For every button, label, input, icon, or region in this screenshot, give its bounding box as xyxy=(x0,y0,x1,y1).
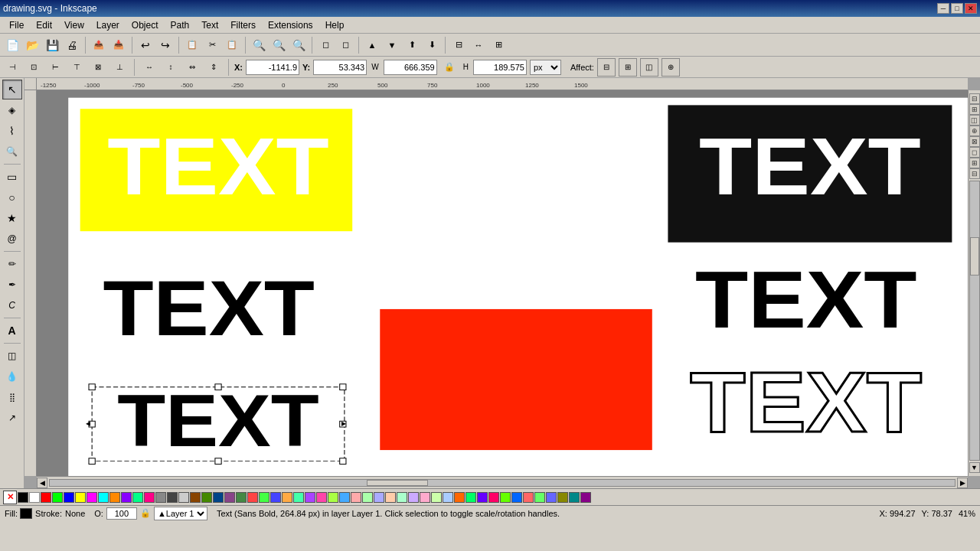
color-white[interactable] xyxy=(29,492,40,503)
color-periwinkle[interactable] xyxy=(374,492,384,503)
undo-button[interactable]: ↩ xyxy=(136,36,155,54)
star-tool[interactable]: ★ xyxy=(2,208,22,228)
color-chartreuse[interactable] xyxy=(328,492,338,503)
color-darkyellow[interactable] xyxy=(557,492,568,503)
lock-ratio-button[interactable]: 🔒 xyxy=(440,58,459,77)
color-cyan[interactable] xyxy=(98,492,109,503)
dist-eq-button[interactable]: ⇔ xyxy=(183,58,201,77)
text-outline[interactable]: TEXT xyxy=(690,354,922,449)
export-button[interactable]: 📥 xyxy=(109,36,128,54)
canvas-area[interactable]: -1250 -1000 -750 -500 -250 0 250 500 750… xyxy=(24,78,980,488)
text-black-1[interactable]: TEXT xyxy=(103,265,314,351)
color-deeppink[interactable] xyxy=(488,492,499,503)
color-indigo[interactable] xyxy=(477,492,488,503)
drawing-canvas[interactable]: TEXT TEXT TEXT TEXT TEXT TEXT xyxy=(37,90,968,476)
menu-object[interactable]: Object xyxy=(126,18,165,32)
text-selected[interactable]: TEXT xyxy=(117,379,318,462)
menu-text[interactable]: Text xyxy=(195,18,224,32)
snap-icon-7[interactable]: ⊞ xyxy=(969,158,980,168)
pen-tool[interactable]: ✒ xyxy=(2,275,22,295)
color-gray[interactable] xyxy=(155,492,166,503)
v-scrollbar-thumb[interactable] xyxy=(970,237,979,276)
dist-v-button[interactable]: ↕ xyxy=(162,58,180,77)
print-button[interactable]: 🖨 xyxy=(63,36,81,54)
color-mintgreen[interactable] xyxy=(259,492,270,503)
h-scrollbar-thumb[interactable] xyxy=(367,480,428,486)
import-button[interactable]: 📤 xyxy=(90,36,108,54)
pencil-tool[interactable]: ✏ xyxy=(2,254,22,274)
lower-bottom-button[interactable]: ⬇ xyxy=(423,36,441,54)
align-right-button[interactable]: ⊢ xyxy=(46,58,64,77)
text-black-2[interactable]: TEXT xyxy=(695,253,917,344)
color-magenta[interactable] xyxy=(87,492,97,503)
zoom-in-button[interactable]: 🔍 xyxy=(250,36,268,54)
menu-layer[interactable]: Layer xyxy=(90,18,126,32)
group-button[interactable]: ◻ xyxy=(316,36,335,54)
color-emerald[interactable] xyxy=(466,492,476,503)
cut-button[interactable]: ✂ xyxy=(203,36,221,54)
color-brown[interactable] xyxy=(190,492,201,503)
color-pink[interactable] xyxy=(144,492,155,503)
color-lightsalmon[interactable] xyxy=(523,492,534,503)
affect-corners-button[interactable]: ◫ xyxy=(640,58,658,77)
color-lightpink[interactable] xyxy=(351,492,361,503)
scroll-down-button[interactable]: ▼ xyxy=(969,462,980,473)
affect-stroke-button[interactable]: ⊞ xyxy=(619,58,637,77)
w-input[interactable] xyxy=(384,60,437,75)
color-darkorange[interactable] xyxy=(454,492,465,503)
raise-button[interactable]: ▲ xyxy=(363,36,381,54)
color-violet[interactable] xyxy=(224,492,235,503)
ellipse-tool[interactable]: ○ xyxy=(2,187,22,207)
transform-button[interactable]: ↔ xyxy=(469,36,488,54)
color-pinklavender[interactable] xyxy=(420,492,430,503)
color-salmon[interactable] xyxy=(247,492,258,503)
open-button[interactable]: 📂 xyxy=(23,36,41,54)
snap-icon-5[interactable]: ⊠ xyxy=(969,136,980,147)
color-honeydew[interactable] xyxy=(397,492,407,503)
paste-button[interactable]: 📋 xyxy=(223,36,241,54)
align-center-v-button[interactable]: ⊠ xyxy=(89,58,107,77)
zoom-tool[interactable]: 🔍 xyxy=(2,142,22,161)
affect-geo-button[interactable]: ⊟ xyxy=(597,58,616,77)
connector-tool[interactable]: ↗ xyxy=(2,408,22,428)
zoom-fit-button[interactable]: 🔍 xyxy=(289,36,308,54)
new-button[interactable]: 📄 xyxy=(3,36,21,54)
color-lightlime[interactable] xyxy=(534,492,545,503)
snap-icon-4[interactable]: ⊕ xyxy=(969,126,980,136)
color-lightblue2[interactable] xyxy=(546,492,557,503)
color-olive[interactable] xyxy=(201,492,212,503)
spray-tool[interactable]: ⣿ xyxy=(2,387,22,407)
x-input[interactable] xyxy=(246,60,299,75)
ungroup-button[interactable]: ◻ xyxy=(336,36,354,54)
raise-top-button[interactable]: ⬆ xyxy=(403,36,421,54)
color-purple[interactable] xyxy=(121,492,132,503)
dist-eq2-button[interactable]: ⇕ xyxy=(204,58,223,77)
color-navy[interactable] xyxy=(213,492,224,503)
lower-button[interactable]: ▼ xyxy=(383,36,401,54)
dropper-tool[interactable]: 💧 xyxy=(2,367,22,386)
color-yellowgreen[interactable] xyxy=(500,492,511,503)
dist-h-button[interactable]: ↔ xyxy=(140,58,158,77)
align-bottom-button[interactable]: ⊥ xyxy=(110,58,129,77)
color-hotpink[interactable] xyxy=(316,492,327,503)
color-teal[interactable] xyxy=(236,492,247,503)
color-red[interactable] xyxy=(41,492,51,503)
snap-icon-2[interactable]: ⊞ xyxy=(969,104,980,115)
color-skyblue[interactable] xyxy=(339,492,350,503)
distribute-button[interactable]: ⊞ xyxy=(489,36,508,54)
close-button[interactable]: ✕ xyxy=(965,3,977,14)
save-button[interactable]: 💾 xyxy=(43,36,61,54)
color-lightgray[interactable] xyxy=(178,492,189,503)
zoom-out-button[interactable]: 🔍 xyxy=(270,36,288,54)
color-azure[interactable] xyxy=(511,492,522,503)
tweak-tool[interactable]: ⌇ xyxy=(2,121,22,141)
y-input[interactable] xyxy=(313,60,367,75)
menu-view[interactable]: View xyxy=(58,18,90,32)
no-color-swatch[interactable]: ✕ xyxy=(3,491,17,504)
maximize-button[interactable]: □ xyxy=(951,3,963,14)
color-greenyellow[interactable] xyxy=(431,492,442,503)
calligraphy-tool[interactable]: C xyxy=(2,295,22,315)
unit-select[interactable]: px mm in xyxy=(530,60,561,75)
copy-button[interactable]: 📋 xyxy=(183,36,201,54)
color-darkgray[interactable] xyxy=(167,492,178,503)
